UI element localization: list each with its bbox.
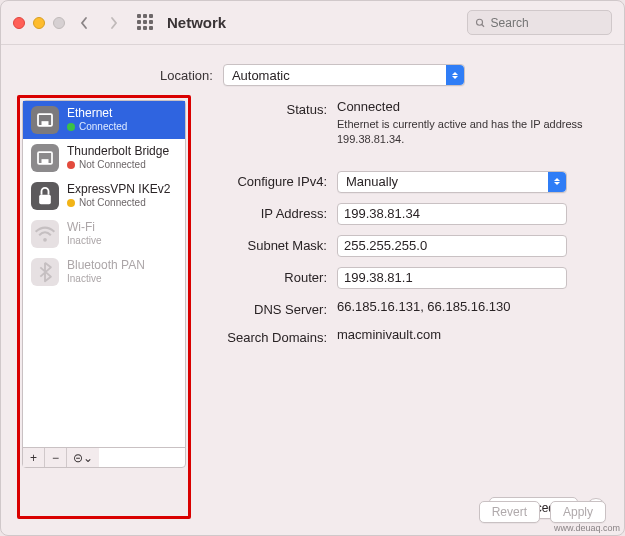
configure-label: Configure IPv4: [205, 171, 327, 189]
add-interface-button[interactable]: + [23, 448, 45, 467]
configure-row: Configure IPv4: Manually [205, 171, 608, 193]
sidebar-item-status: Inactive [67, 273, 101, 285]
svg-rect-6 [39, 195, 51, 204]
status-value: Connected [337, 99, 608, 114]
sidebar-footer: + − ⊝⌄ [23, 447, 185, 467]
status-dot-icon [67, 199, 75, 207]
svg-point-0 [477, 19, 483, 25]
dns-label: DNS Server: [205, 299, 327, 317]
content-area: Ethernet Connected Thunderbolt Bridge No… [1, 95, 624, 535]
interface-sidebar: Ethernet Connected Thunderbolt Bridge No… [22, 100, 186, 468]
searchdomains-label: Search Domains: [205, 327, 327, 345]
configure-ipv4-select[interactable]: Manually [337, 171, 567, 193]
bluetooth-icon [31, 258, 59, 286]
configure-value: Manually [346, 174, 398, 189]
zoom-button[interactable] [53, 17, 65, 29]
status-description: Ethernet is currently active and has the… [337, 117, 587, 147]
search-icon [475, 17, 486, 29]
sidebar-item-label: Wi-Fi [67, 221, 101, 235]
sidebar-item-vpn[interactable]: ExpressVPN IKEv2 Not Connected [23, 177, 185, 215]
searchdomains-row: Search Domains: macminivault.com [205, 327, 608, 345]
show-all-icon[interactable] [137, 14, 155, 32]
ip-row: IP Address: [205, 203, 608, 225]
interface-list: Ethernet Connected Thunderbolt Bridge No… [23, 101, 185, 447]
sidebar-item-label: Thunderbolt Bridge [67, 145, 169, 159]
wifi-icon [31, 220, 59, 248]
page-title: Network [167, 14, 226, 31]
sidebar-item-label: Bluetooth PAN [67, 259, 145, 273]
location-select[interactable]: Automatic [223, 64, 465, 86]
sidebar-item-bluetooth[interactable]: Bluetooth PAN Inactive [23, 253, 185, 291]
dns-row: DNS Server: 66.185.16.131, 66.185.16.130 [205, 299, 608, 317]
titlebar: Network [1, 1, 624, 45]
search-field[interactable] [467, 10, 612, 35]
sidebar-item-label: ExpressVPN IKEv2 [67, 183, 170, 197]
subnet-mask-input[interactable] [337, 235, 567, 257]
revert-button[interactable]: Revert [479, 501, 540, 523]
location-value: Automatic [232, 68, 290, 83]
chevron-left-icon [79, 16, 89, 30]
status-dot-icon [67, 123, 75, 131]
status-label: Status: [205, 99, 327, 117]
window-footer: Revert Apply [479, 501, 606, 523]
minimize-button[interactable] [33, 17, 45, 29]
remove-interface-button[interactable]: − [45, 448, 67, 467]
interface-actions-button[interactable]: ⊝⌄ [67, 448, 99, 467]
searchdomains-value: macminivault.com [337, 327, 608, 342]
subnet-label: Subnet Mask: [205, 235, 327, 253]
sidebar-item-wifi[interactable]: Wi-Fi Inactive [23, 215, 185, 253]
sidebar-item-status: Connected [79, 121, 127, 133]
thunderbolt-icon [31, 144, 59, 172]
search-input[interactable] [491, 16, 604, 30]
router-row: Router: [205, 267, 608, 289]
subnet-row: Subnet Mask: [205, 235, 608, 257]
sidebar-item-label: Ethernet [67, 107, 127, 121]
svg-point-7 [43, 238, 47, 242]
svg-line-1 [482, 24, 484, 26]
svg-rect-3 [42, 121, 49, 126]
ethernet-icon [31, 106, 59, 134]
svg-rect-5 [42, 159, 49, 164]
sidebar-item-ethernet[interactable]: Ethernet Connected [23, 101, 185, 139]
sidebar-item-thunderbolt[interactable]: Thunderbolt Bridge Not Connected [23, 139, 185, 177]
status-dot-icon [67, 161, 75, 169]
location-row: Location: Automatic [1, 55, 624, 95]
location-label: Location: [160, 68, 213, 83]
router-input[interactable] [337, 267, 567, 289]
status-row: Status: Connected Ethernet is currently … [205, 99, 608, 147]
chevron-updown-icon [446, 65, 464, 85]
sidebar-item-status: Not Connected [79, 159, 146, 171]
forward-button[interactable] [103, 10, 125, 36]
dns-value: 66.185.16.131, 66.185.16.130 [337, 299, 608, 314]
traffic-lights [13, 17, 65, 29]
sidebar-item-status: Not Connected [79, 197, 146, 209]
watermark: www.deuaq.com [554, 523, 620, 533]
back-button[interactable] [73, 10, 95, 36]
apply-button[interactable]: Apply [550, 501, 606, 523]
sidebar-item-status: Inactive [67, 235, 101, 247]
ip-label: IP Address: [205, 203, 327, 221]
chevron-right-icon [109, 16, 119, 30]
network-preferences-window: Network Location: Automatic Ethernet [0, 0, 625, 536]
close-button[interactable] [13, 17, 25, 29]
lock-icon [31, 182, 59, 210]
router-label: Router: [205, 267, 327, 285]
chevron-updown-icon [548, 172, 566, 192]
detail-pane: Status: Connected Ethernet is currently … [205, 95, 608, 519]
sidebar-highlight: Ethernet Connected Thunderbolt Bridge No… [17, 95, 191, 519]
ip-address-input[interactable] [337, 203, 567, 225]
